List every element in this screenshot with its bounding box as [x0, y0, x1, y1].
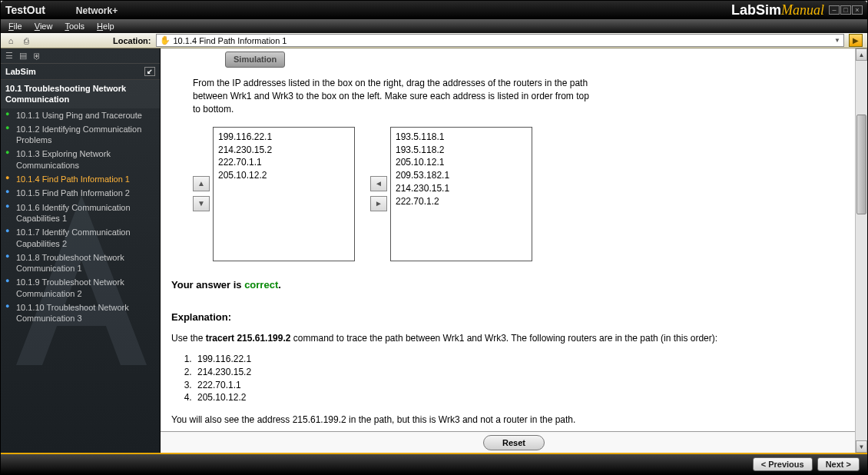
- move-up-button[interactable]: ▲: [193, 176, 210, 191]
- bottom-button-bar: Reset: [161, 431, 867, 453]
- close-button[interactable]: ×: [852, 5, 863, 15]
- scroll-track[interactable]: [856, 61, 867, 440]
- scroll-down-button[interactable]: ▼: [856, 440, 867, 453]
- maximize-button[interactable]: □: [840, 5, 851, 15]
- list-item[interactable]: 205.10.12.1: [396, 156, 527, 169]
- simulation-button[interactable]: Simulation: [225, 51, 285, 68]
- window-controls: – □ ×: [829, 5, 863, 15]
- menu-file[interactable]: File: [8, 22, 22, 31]
- brand-label: TestOut: [5, 4, 45, 16]
- instructions-text: From the IP addresses listed in the box …: [193, 77, 592, 115]
- answer-feedback: Your answer is correct.: [171, 278, 844, 292]
- list-item[interactable]: 209.53.182.1: [396, 169, 527, 182]
- move-right-button[interactable]: ►: [370, 196, 387, 211]
- list-item: 222.70.1.1: [194, 379, 844, 392]
- move-down-button[interactable]: ▼: [193, 196, 210, 211]
- router-order-list: 199.116.22.1214.230.15.2222.70.1.1205.10…: [194, 353, 844, 404]
- location-label: Location:: [113, 36, 151, 45]
- sidebar-item-label: 10.1.4 Find Path Information 1: [16, 174, 130, 184]
- arrow-right-icon: ▶: [853, 36, 859, 45]
- content-area: Simulation From the IP addresses listed …: [161, 48, 867, 431]
- explanation-line-1: Use the tracert 215.61.199.2 command to …: [171, 332, 844, 345]
- answer-list-box[interactable]: 199.116.22.1214.230.15.2222.70.1.1205.10…: [213, 127, 355, 261]
- bullet-icon: ●: [5, 302, 13, 311]
- go-button[interactable]: ▶: [849, 34, 863, 47]
- sidebar-item-label: 10.1.8 Troubleshoot Network Communicatio…: [16, 252, 155, 274]
- scrollbar[interactable]: ▲ ▼: [855, 48, 867, 453]
- labsim-logo: LabSimManual: [731, 2, 824, 18]
- list-item: 205.10.12.2: [194, 391, 844, 404]
- list-item[interactable]: 199.116.22.1: [218, 131, 350, 144]
- sidebar-item-label: 10.1.10 Troubleshoot Network Communicati…: [16, 302, 155, 324]
- list-item: 199.116.22.1: [194, 353, 844, 366]
- dropdown-icon[interactable]: ▼: [834, 37, 840, 44]
- list-item[interactable]: 222.70.1.2: [396, 195, 527, 208]
- list-item[interactable]: 193.5.118.2: [396, 144, 527, 157]
- print-icon[interactable]: ⎙: [21, 35, 31, 46]
- sidebar-item-label: 10.1.9 Troubleshoot Network Communicatio…: [16, 277, 155, 299]
- home-icon[interactable]: ⌂: [5, 35, 16, 46]
- bullet-icon: ●: [5, 202, 13, 211]
- bullet-icon: ●: [5, 227, 13, 236]
- bullet-icon: ●: [5, 148, 13, 158]
- list-item[interactable]: 214.230.15.1: [396, 182, 527, 195]
- bullet-icon: ●: [5, 188, 13, 197]
- shield-icon[interactable]: ⛨: [33, 51, 41, 61]
- bullet-icon: ●: [5, 174, 13, 183]
- sidebar-item-label: 10.1.6 Identify Communication Capabiliti…: [16, 202, 155, 224]
- reset-button[interactable]: Reset: [483, 435, 545, 450]
- location-field[interactable]: ✋ 10.1.4 Find Path Information 1 ▼: [156, 34, 845, 47]
- scroll-thumb[interactable]: [856, 115, 866, 214]
- sidebar-item-label: 10.1.7 Identify Communication Capabiliti…: [16, 227, 155, 249]
- sidebar-item[interactable]: ●10.1.8 Troubleshoot Network Communicati…: [1, 251, 160, 276]
- sidebar-item-label: 10.1.3 Exploring Network Communications: [16, 148, 155, 171]
- list-item[interactable]: 222.70.1.1: [218, 156, 350, 169]
- scroll-up-button[interactable]: ▲: [856, 48, 867, 61]
- sidebar-item[interactable]: ●10.1.9 Troubleshoot Network Communicati…: [1, 275, 160, 301]
- menu-help[interactable]: Help: [97, 22, 114, 31]
- list-item[interactable]: 193.5.118.1: [396, 131, 527, 144]
- move-left-button[interactable]: ◄: [370, 176, 387, 191]
- sidebar-item[interactable]: ●10.1.6 Identify Communication Capabilit…: [1, 201, 160, 226]
- sidebar-section: 10.1 Troubleshooting Network Communicati…: [1, 80, 160, 108]
- next-button[interactable]: Next >: [817, 457, 860, 471]
- sidebar-item[interactable]: ●10.1.4 Find Path Information 1: [1, 172, 160, 186]
- menu-tools[interactable]: Tools: [65, 22, 84, 31]
- list-item[interactable]: 214.230.15.2: [218, 144, 350, 157]
- list-item[interactable]: 205.10.12.2: [218, 169, 350, 182]
- collapse-panel-icon[interactable]: ↙: [144, 67, 155, 76]
- list-icon[interactable]: ▤: [19, 51, 27, 61]
- sidebar-item[interactable]: ●10.1.10 Troubleshoot Network Communicat…: [1, 301, 160, 326]
- previous-button[interactable]: < Previous: [753, 457, 813, 471]
- minimize-button[interactable]: –: [829, 5, 840, 15]
- location-value: 10.1.4 Find Path Information 1: [174, 36, 287, 45]
- explanation-heading: Explanation:: [171, 311, 844, 324]
- bullet-icon: ●: [5, 252, 13, 261]
- hand-icon: ✋: [160, 35, 171, 45]
- footer-bar: < Previous Next >: [1, 453, 867, 474]
- sidebar-item-label: 10.1.2 Identifying Communication Problem…: [16, 124, 155, 146]
- sidebar-item[interactable]: ●10.1.1 Using Ping and Traceroute: [1, 108, 160, 122]
- source-list-box[interactable]: 193.5.118.1193.5.118.2205.10.12.1209.53.…: [390, 127, 532, 261]
- bullet-icon: ●: [5, 110, 13, 119]
- sidebar-title: LabSim ↙: [1, 64, 160, 80]
- bullet-icon: ●: [5, 124, 13, 133]
- sidebar: ☰ ▤ ⛨ LabSim ↙ 10.1 Troubleshooting Netw…: [1, 48, 161, 453]
- sidebar-toolbar: ☰ ▤ ⛨: [1, 48, 160, 64]
- sidebar-item[interactable]: ●10.1.7 Identify Communication Capabilit…: [1, 225, 160, 251]
- explanation-line-2: You will also see the address 215.61.199…: [171, 414, 844, 427]
- title-bar: TestOut Network+ LabSimManual – □ ×: [1, 1, 867, 19]
- sidebar-item[interactable]: ●10.1.5 Find Path Information 2: [1, 186, 160, 200]
- course-label: Network+: [76, 5, 118, 16]
- toolbar: ⌂ ⎙ Location: ✋ 10.1.4 Find Path Informa…: [1, 33, 867, 48]
- sidebar-item-label: 10.1.1 Using Ping and Traceroute: [16, 110, 142, 121]
- sidebar-item[interactable]: ●10.1.3 Exploring Network Communications: [1, 147, 160, 172]
- menu-bar: File View Tools Help: [1, 19, 867, 33]
- bullet-icon: ●: [5, 277, 13, 286]
- list-item: 214.230.15.2: [194, 366, 844, 379]
- sidebar-item-label: 10.1.5 Find Path Information 2: [16, 188, 130, 198]
- collapse-icon[interactable]: ☰: [5, 51, 13, 61]
- sidebar-item[interactable]: ●10.1.2 Identifying Communication Proble…: [1, 122, 160, 148]
- menu-view[interactable]: View: [35, 22, 53, 31]
